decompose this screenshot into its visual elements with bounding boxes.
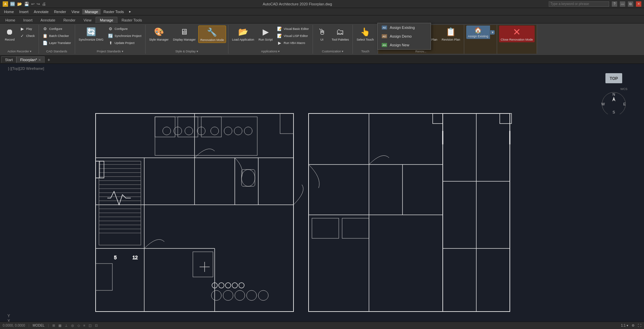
menu-home[interactable]: Home <box>1 9 16 14</box>
minimize-button[interactable]: — <box>620 1 625 7</box>
touch-label: Touch <box>361 50 369 53</box>
assign-new-item[interactable]: AN Assign New <box>378 41 431 49</box>
close-renovation-button[interactable]: ✕ Close Renovation Mode <box>499 26 535 42</box>
search-input[interactable] <box>549 1 609 7</box>
menu-raster-tools[interactable]: Raster Tools <box>101 9 126 14</box>
tab-home[interactable]: Home <box>1 17 19 23</box>
menu-view[interactable]: View <box>69 9 82 14</box>
ui-button[interactable]: 🖱 UI <box>315 26 329 42</box>
run-script-icon: ▶ <box>260 27 271 37</box>
tab-insert[interactable]: Insert <box>19 17 37 23</box>
assign-dropdown-arrow[interactable]: ▾ <box>490 30 495 35</box>
model-button[interactable]: MODEL <box>33 324 45 327</box>
cad-standards-label: CAD Standards <box>46 50 67 53</box>
close-button[interactable]: ✕ <box>636 1 641 7</box>
load-application-button[interactable]: 📂 Load Application <box>230 26 256 42</box>
tab-manage[interactable]: Manage <box>96 17 118 23</box>
menu-manage[interactable]: Manage <box>82 9 101 14</box>
play-button[interactable]: ▶ Play <box>18 26 37 32</box>
style-manager-button[interactable]: 🎨 Style Manager <box>148 26 170 42</box>
restore-button[interactable]: ⧉ <box>628 1 633 7</box>
assign-existing-item[interactable]: AE Assign Existing <box>378 23 431 32</box>
check-icon: ✓ <box>19 33 25 39</box>
run-script-button[interactable]: ▶ Run Script <box>257 26 274 42</box>
svg-text:AN: AN <box>382 44 386 47</box>
ribbon: Home Insert Annotate Render View Manage … <box>0 15 644 56</box>
help-button[interactable]: ? <box>612 1 617 7</box>
floorplan-drawing: 5 12 Y X <box>0 64 644 322</box>
vba-basic-button[interactable]: 📝 Visual Basic Editor <box>275 26 311 32</box>
tab-raster-tools[interactable]: Raster Tools <box>117 17 146 23</box>
redo-icon[interactable]: ↪ <box>37 2 40 6</box>
qprops-button[interactable]: ⊡ <box>95 324 98 327</box>
display-manager-icon: 🖥 <box>179 27 190 37</box>
status-sep-2: | <box>48 324 49 327</box>
renovation-mode-icon: 🔧 <box>207 27 217 38</box>
coords-display: 0.0000, 0.0000 <box>3 324 25 327</box>
tab-floorplan-close[interactable]: ✕ <box>38 58 41 62</box>
fullscreen-button[interactable]: ⛶ <box>638 324 641 327</box>
batch-checker-icon: 📋 <box>43 33 48 39</box>
update-project-button[interactable]: ⬆ Update Project <box>106 40 143 46</box>
save-icon[interactable]: 💾 <box>24 2 29 6</box>
ribbon-group-project-standards: 🔄 Synchronize DWG ⚙ Configure 🔄 Synchron… <box>75 25 146 54</box>
menu-insert[interactable]: Insert <box>16 9 31 14</box>
revision-plan-button[interactable]: 📋 Revision Plan <box>440 26 462 42</box>
ui-icon: 🖱 <box>317 27 327 37</box>
assign-existing-main-button[interactable]: 🏠 Assign Existing <box>466 26 490 39</box>
tab-start[interactable]: Start <box>1 56 16 63</box>
nav-cube[interactable]: N S W E TOP WCS <box>597 70 631 114</box>
ribbon-group-assign: 🏠 Assign Existing ▾ <box>464 25 497 54</box>
menu-render[interactable]: Render <box>51 9 69 14</box>
select-touch-button[interactable]: 👆 Select Touch <box>355 26 375 42</box>
batch-checker-button[interactable]: 📋 Batch Checker <box>41 33 73 39</box>
new-icon[interactable]: 🆕 <box>10 2 15 6</box>
synchronize-project-button[interactable]: 🔄 Synchronize Project <box>106 33 143 39</box>
print-icon[interactable]: 🖨 <box>42 2 46 6</box>
tab-annotate[interactable]: Annotate <box>37 17 59 23</box>
assign-new-item-label: Assign New <box>390 43 409 47</box>
record-icon: ⏺ <box>4 27 15 37</box>
tab-view[interactable]: View <box>79 17 96 23</box>
vba-lisp-button[interactable]: 📝 Visual LISP Editor <box>275 33 311 39</box>
menu-annotate[interactable]: Annotate <box>31 9 51 14</box>
tab-floorplan[interactable]: Floorplan* ✕ <box>16 56 45 63</box>
ribbon-group-applications: 📂 Load Application ▶ Run Script 📝 Visual… <box>228 25 313 54</box>
menu-more[interactable]: ▸ <box>126 9 134 14</box>
assign-demo-item-label: Assign Demo <box>390 34 412 38</box>
title-text: AutoCAD Architecture 2020 Floorplan.dwg <box>263 2 332 6</box>
assign-dropdown-menu: AE Assign Existing AD Assign Demo AN Ass… <box>377 23 431 50</box>
assign-demo-item[interactable]: AD Assign Demo <box>378 32 431 41</box>
vba-basic-icon: 📝 <box>277 26 282 32</box>
annotation-scale[interactable]: 1:1 ▾ <box>621 324 628 327</box>
ortho-button[interactable]: ⊥ <box>65 324 68 327</box>
new-tab-button[interactable]: + <box>45 56 53 63</box>
open-icon[interactable]: 📂 <box>17 2 22 6</box>
svg-text:S: S <box>612 110 615 114</box>
configure-ps-button[interactable]: ⚙ Configure <box>106 26 143 32</box>
update-project-icon: ⬆ <box>108 40 113 46</box>
transparency-button[interactable]: ◫ <box>89 324 92 327</box>
layer-translator-button[interactable]: 📄 Layer Translator <box>41 40 73 46</box>
workspace-switcher[interactable]: ⚙ <box>632 324 635 327</box>
synchronize-dwg-button[interactable]: 🔄 Synchronize DWG <box>77 26 105 42</box>
display-manager-button[interactable]: 🖥 Display Manager <box>171 26 198 42</box>
configure-cad-button[interactable]: ⚙ Configure <box>41 26 73 32</box>
check-button[interactable]: ✓ Check <box>18 33 37 39</box>
tab-render[interactable]: Render <box>59 17 79 23</box>
osnap-button[interactable]: ◇ <box>77 324 80 327</box>
style-display-label: Style & Display ▾ <box>175 50 198 53</box>
undo-icon[interactable]: ↩ <box>31 2 35 6</box>
svg-marker-95 <box>612 97 615 101</box>
svg-text:AE: AE <box>383 26 386 29</box>
tool-palettes-button[interactable]: 🗂 Tool Palettes <box>330 26 351 42</box>
lineweight-button[interactable]: ≡ <box>84 324 86 327</box>
renovation-label: Renov... <box>415 50 426 53</box>
grid-button[interactable]: ▦ <box>58 324 61 327</box>
snap-button[interactable]: ⊞ <box>52 324 55 327</box>
close-renovation-icon: ✕ <box>512 27 522 37</box>
renovation-mode-button[interactable]: 🔧 Renovation Mode <box>198 26 226 43</box>
record-button[interactable]: ⏺ Record <box>3 26 17 42</box>
run-vba-macro-button[interactable]: ▶ Run VBA Macro <box>275 40 311 46</box>
polar-button[interactable]: ◎ <box>71 324 74 327</box>
